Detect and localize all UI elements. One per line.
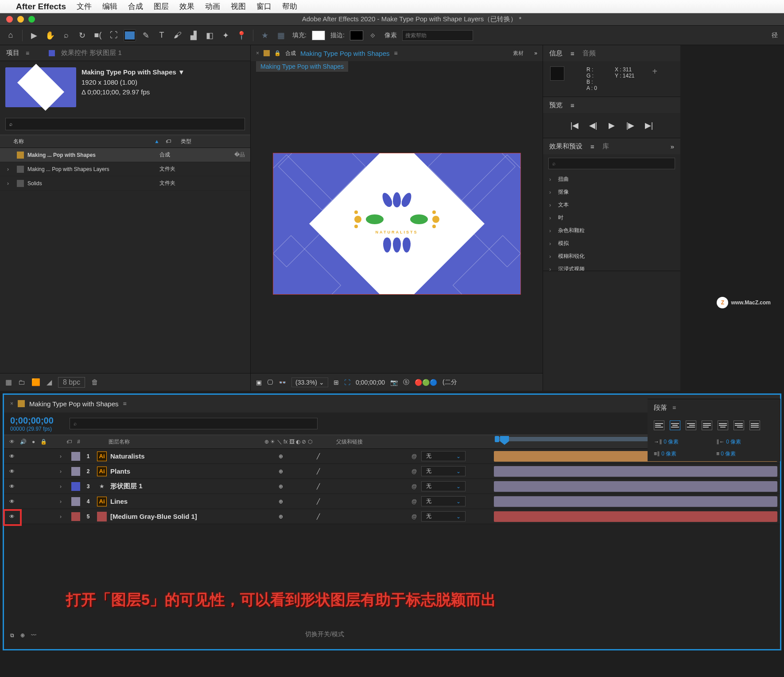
project-tab[interactable]: 项目 [5, 47, 20, 59]
twirl-icon[interactable]: › [60, 514, 69, 520]
clone-tool-icon[interactable]: ▟ [187, 29, 200, 42]
folder-icon[interactable]: 🗀 [18, 378, 25, 386]
layer-row[interactable]: 👁›2AiPlants⊕╱@无 ⌄ [4, 464, 780, 479]
visibility-toggle[interactable]: 👁 [4, 468, 20, 475]
library-tab[interactable]: 库 [602, 142, 609, 151]
fx-category[interactable]: ›沉浸式视频 [543, 263, 680, 271]
weibo-icon[interactable]: ⓢ [403, 378, 409, 386]
justify-all-icon[interactable] [749, 420, 760, 430]
layer-name[interactable]: Naturalists [110, 452, 279, 460]
canvas[interactable]: NATURALISTS [273, 153, 521, 295]
timeline-search[interactable]: ⌕ [70, 418, 318, 429]
fx-category[interactable]: ›抠像 [543, 186, 680, 198]
align-center-icon[interactable] [670, 420, 680, 430]
col-parent[interactable]: 父级和链接 [336, 438, 363, 446]
parent-dropdown[interactable]: 无 ⌄ [421, 466, 466, 476]
layer-name[interactable]: 形状图层 1 [110, 482, 279, 490]
grid-icon[interactable]: ⊞ [334, 379, 339, 386]
label-color[interactable] [71, 497, 80, 506]
visibility-toggle[interactable]: 👁 [4, 498, 20, 505]
comp-thumbnail[interactable] [5, 67, 76, 107]
home-icon[interactable]: ⌂ [4, 29, 17, 42]
layer-name[interactable]: [Medium Gray-Blue Solid 1] [110, 513, 279, 520]
twirl-icon[interactable]: › [60, 453, 69, 459]
project-item-folder[interactable]: ›Solids 文件夹 [0, 176, 250, 191]
app-name[interactable]: After Effects [16, 2, 66, 12]
close-tab-icon[interactable]: × [10, 401, 13, 407]
layer-name[interactable]: Plants [110, 467, 279, 475]
hand-tool-icon[interactable]: ✋ [44, 29, 56, 42]
expand-icon[interactable]: » [534, 50, 537, 56]
fx-category[interactable]: ›模拟 [543, 237, 680, 250]
visibility-toggle[interactable]: 👁 [4, 483, 20, 490]
layer-row[interactable]: 👁›5[Medium Gray-Blue Solid 1]⊕╱@无 ⌄ [4, 509, 780, 524]
comp-tab-name[interactable]: Making Type Pop with Shapes [300, 50, 390, 57]
stroke-swatch[interactable] [350, 31, 363, 40]
next-frame-icon[interactable]: |▶ [625, 120, 636, 131]
bezier-icon[interactable]: ▦ [275, 29, 287, 42]
panel-menu-icon[interactable]: ≡ [123, 400, 127, 407]
close-tab-icon[interactable]: × [256, 50, 259, 56]
menu-edit[interactable]: 编辑 [102, 1, 117, 12]
orbit-tool-icon[interactable]: ↻ [76, 29, 88, 42]
menu-window[interactable]: 窗口 [256, 1, 272, 12]
paragraph-tab[interactable]: 段落 [654, 404, 667, 412]
pickwhip-icon[interactable]: @ [411, 453, 417, 459]
adjust-icon[interactable]: ◢ [47, 378, 52, 386]
menu-anim[interactable]: 动画 [205, 1, 220, 12]
layer-bar[interactable] [494, 511, 777, 522]
visibility-toggle[interactable]: 👁 [4, 453, 20, 459]
playhead[interactable] [500, 436, 509, 445]
mask-icon[interactable]: 👓 [279, 379, 286, 386]
layer-bar[interactable] [494, 481, 777, 492]
tag-icon[interactable]: 🏷 [159, 138, 177, 144]
menu-effect[interactable]: 效果 [179, 1, 194, 12]
menu-help[interactable]: 帮助 [282, 1, 297, 12]
viewport[interactable]: NATURALISTS [251, 74, 543, 373]
zoom-dropdown[interactable]: (33.3%) ⌄ [291, 377, 328, 387]
project-item-folder[interactable]: ›Making ... Pop with Shapes Layers 文件夹 [0, 162, 250, 176]
parent-dropdown[interactable]: 无 ⌄ [421, 496, 466, 506]
fx-category[interactable]: ›时 [543, 211, 680, 224]
fx-category[interactable]: ›文本 [543, 198, 680, 211]
pickwhip-icon[interactable]: @ [411, 483, 417, 490]
flowchart-icon[interactable]: �品 [234, 151, 245, 159]
align-right-icon[interactable] [686, 420, 696, 430]
timecode-display[interactable]: 0;00;00;00 [356, 379, 385, 386]
parent-dropdown[interactable]: 无 ⌄ [421, 511, 466, 521]
text-tool-icon[interactable]: T [155, 29, 168, 42]
parent-dropdown[interactable]: 无 ⌄ [421, 451, 466, 461]
eye-icon[interactable]: 👁 [9, 439, 15, 445]
last-frame-icon[interactable]: ▶| [644, 120, 654, 131]
layer-row[interactable]: 👁›4AiLines⊕╱@无 ⌄ [4, 494, 780, 509]
region-icon[interactable]: ⛶ [344, 379, 350, 386]
curves-icon[interactable]: 〰 [31, 632, 36, 638]
close-button[interactable] [6, 16, 13, 23]
fx-category[interactable]: ›杂色和颗粒 [543, 224, 680, 237]
current-time[interactable]: 0;00;00;00 [10, 416, 54, 426]
speaker-icon[interactable]: 🔊 [20, 439, 27, 445]
solo-icon[interactable]: ● [32, 439, 35, 445]
snapshot-icon[interactable]: 📷 [390, 379, 398, 386]
align-left-icon[interactable] [654, 420, 664, 430]
fill-swatch[interactable] [312, 31, 325, 40]
timeline-comp-name[interactable]: Making Type Pop with Shapes [29, 400, 119, 408]
indent-right[interactable]: ∥← 0 像素 [716, 438, 774, 446]
search-help-input[interactable] [402, 30, 473, 41]
zoom-tool-icon[interactable]: ⌕ [60, 29, 72, 42]
menu-view[interactable]: 视图 [231, 1, 246, 12]
col-type[interactable]: 类型 [177, 138, 191, 145]
panbehind-tool-icon[interactable]: ⛶ [108, 29, 120, 42]
label-color[interactable] [71, 467, 80, 476]
newcomp-icon[interactable]: 🟧 [31, 378, 40, 386]
indent-left[interactable]: →∥ 0 像素 [654, 438, 712, 446]
justify-center-icon[interactable] [718, 420, 728, 430]
zoom-button[interactable] [28, 16, 35, 23]
space-before[interactable]: ≡ 0 像素 [716, 450, 774, 458]
first-frame-icon[interactable]: |◀ [569, 120, 580, 131]
label-color[interactable] [71, 452, 80, 461]
info-tab[interactable]: 信息 [549, 49, 563, 58]
play-icon[interactable]: ▶ [606, 120, 617, 131]
col-number[interactable]: # [77, 439, 80, 445]
resolution-icon[interactable]: ▣ [256, 379, 262, 386]
